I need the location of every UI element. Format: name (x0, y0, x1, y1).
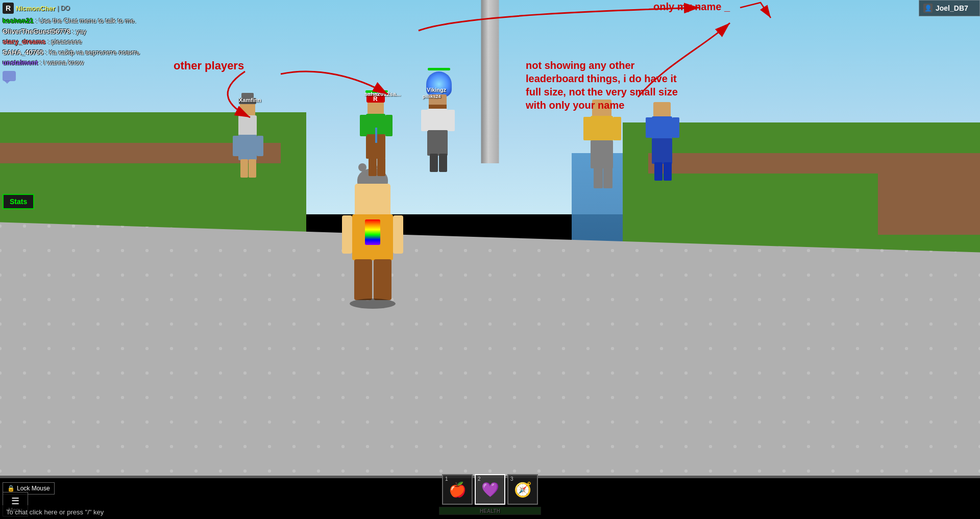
center-pole (481, 0, 499, 163)
leaderboard: 👤 Joel_DB7 (919, 0, 980, 16)
vikingz-name-tag: Vikingz (427, 87, 446, 93)
chat-input-bar[interactable]: To chat click here or press "/" key (0, 505, 980, 519)
hotbar-item-3: 🧭 (514, 481, 532, 498)
hotbar: 1 🍎 2 💜 3 🧭 (442, 474, 538, 505)
chat-msg-3: stary_dreams : pleaseeee (3, 37, 191, 47)
chat-msg-2: OliverTheGuest56778 : yay (3, 27, 191, 37)
dirt-right (648, 153, 980, 174)
chat-msg-1: koshon21 : Use the Chat menu to talk to … (3, 16, 191, 26)
xamfinn-name-tag: Xamfinn (239, 97, 261, 103)
chat-msg-4: SAHA_40765 : Ка кайф на вертолете ловить (3, 47, 191, 58)
hotbar-slot-1[interactable]: 1 🍎 (442, 474, 473, 505)
pilliks24-name-tag: pilliks24 (423, 94, 441, 99)
hotbar-item-1: 🍎 (449, 481, 467, 498)
leaderboard-player-name: Joel_DB7 (936, 4, 968, 12)
leaderboard-entry: 👤 Joel_DB7 (923, 3, 975, 14)
game-viewport: Xamfinn R saha2012sa... Vikingz pil (0, 0, 980, 519)
hotbar-item-2: 💜 (481, 481, 499, 498)
leaderboard-player-icon: 👤 (923, 4, 933, 13)
stats-button[interactable]: Stats (3, 194, 34, 209)
saha-name-tag: saha2012sa... (364, 91, 401, 97)
chat-box: R NicmonCher | DO koshon21 : Use the Cha… (0, 0, 194, 86)
hotbar-slot-3[interactable]: 3 🧭 (507, 474, 538, 505)
hotbar-slot-2[interactable]: 2 💜 (475, 474, 505, 505)
dirt-far-right (878, 174, 980, 235)
terrain-left (0, 112, 306, 240)
chat-msg-5: unstalment : i wanna know (3, 58, 191, 68)
lock-icon: 🔒 (7, 485, 15, 492)
